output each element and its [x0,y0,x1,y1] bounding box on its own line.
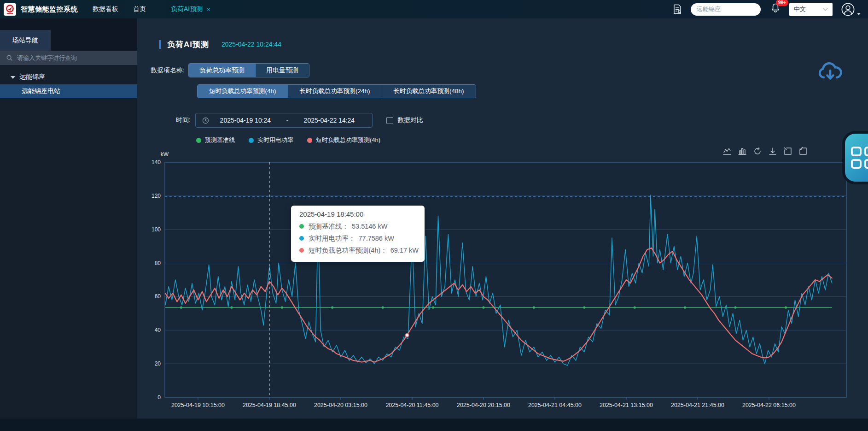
sidebar-search-input[interactable]: 请输入关键字进行查询 [0,51,137,65]
data-compare-label: 数据对比 [397,116,423,124]
load-forecast-chart[interactable]: 020406080100120140kW2025-04-19 10:15:002… [137,146,868,418]
tooltip-label: 预测基准线： [309,222,349,231]
tooltip-row-actual: 实时用电功率： 77.7586 kW [299,232,416,244]
button-energy-forecast[interactable]: 用电量预测 [255,64,309,77]
tab-load-ai-forecast[interactable]: 负荷AI预测 × [167,0,214,18]
chart-toolbar [723,147,807,155]
sidebar-tab-station-nav[interactable]: 场站导航 [0,30,51,51]
tree-expand-caret-icon[interactable] [11,76,15,79]
svg-text:2025-04-20 03:15:00: 2025-04-20 03:15:00 [314,402,367,408]
subtab-long-24h[interactable]: 长时负载总功率预测(24h) [288,85,382,98]
data-item-label: 数据项名称: [151,66,185,75]
tooltip-time: 2025-04-19 18:45:00 [299,210,416,218]
tooltip-dot-green [299,224,304,229]
legend-item-baseline[interactable]: 预测基准线 [196,136,235,144]
load-forecast-chart-area: 020406080100120140kW2025-04-19 10:15:002… [137,146,868,419]
chevron-down-icon [823,8,828,11]
date-start-value[interactable]: 2025-04-19 10:24 [209,117,282,124]
chart-tooltip: 2025-04-19 18:45:00 预测基准线： 53.5146 kW 实时… [291,206,425,262]
legend-item-actual-power[interactable]: 实时用电功率 [249,136,293,144]
company-logo[interactable] [4,3,16,16]
data-compare-checkbox[interactable] [386,117,393,124]
download-icon[interactable] [769,147,777,155]
tab-close-icon[interactable]: × [207,6,210,12]
data-item-row: 数据项名称: 负荷总功率预测 用电量预测 [151,63,868,77]
date-range-picker[interactable]: 2025-04-19 10:24 - 2025-04-22 14:24 [195,113,373,128]
subtab-long-48h[interactable]: 长时负载总功率预测(48h) [382,85,476,98]
svg-text:2025-04-20 20:15:00: 2025-04-20 20:15:00 [457,402,510,408]
nav-item-dashboard[interactable]: 数据看板 [93,5,118,13]
legend-label: 短时负载总功率预测(4h) [316,136,380,144]
time-filter-row: 时间: 2025-04-19 10:24 - 2025-04-22 14:24 … [176,113,868,128]
nav-item-home[interactable]: 首页 [133,5,146,13]
station-search-input[interactable]: 远能锦座 [691,3,761,16]
floating-quick-menu-button[interactable] [845,134,868,182]
user-avatar[interactable] [841,2,861,17]
tree-node-parent[interactable]: 远能锦座 [0,71,137,83]
time-label: 时间: [176,116,191,124]
tree-node-station-selected[interactable]: 远能锦座电站 [0,84,137,98]
notification-bell[interactable]: 99+ [770,2,781,16]
report-document-icon[interactable] [672,4,682,15]
tooltip-label: 短时负载总功率预测(4h)： [309,246,387,255]
page-title: 负荷AI预测 [167,39,209,50]
tooltip-row-forecast: 短时负载总功率预测(4h)： 69.17 kW [299,244,416,256]
button-load-power-forecast[interactable]: 负荷总功率预测 [189,64,255,77]
page-body: 场站导航 请输入关键字进行查询 远能锦座 远能锦座电站 负荷AI预测 2025-… [0,18,868,419]
app-title: 智慧储能监控系统 [21,5,78,14]
legend-dot-green [196,138,201,143]
tree-parent-label: 远能锦座 [19,73,45,81]
date-end-value[interactable]: 2025-04-22 14:24 [293,117,366,124]
zoom-select-icon[interactable] [784,147,792,155]
station-tree: 远能锦座 远能锦座电站 [0,65,137,104]
refresh-icon[interactable] [753,147,762,155]
svg-text:2025-04-22 06:15:00: 2025-04-22 06:15:00 [742,402,796,408]
legend-item-forecast-4h[interactable]: 短时负载总功率预测(4h) [307,136,380,144]
zoom-reset-icon[interactable] [799,147,807,155]
station-search-placeholder: 远能锦座 [697,5,721,13]
title-accent-bar [159,40,161,49]
svg-text:2025-04-21 21:45:00: 2025-04-21 21:45:00 [671,402,724,408]
language-selector[interactable]: 中文 [789,3,833,16]
tooltip-dot-blue [299,236,304,241]
legend-dot-blue [249,138,254,143]
svg-text:80: 80 [155,260,161,266]
toggle-bar-chart-icon[interactable] [738,147,746,155]
top-nav-bar: 智慧储能监控系统 数据看板 首页 负荷AI预测 × 远能锦座 99+ 中文 [0,0,868,18]
sidebar-header: 场站导航 [0,18,137,51]
svg-text:2025-04-21 04:45:00: 2025-04-21 04:45:00 [528,402,582,408]
tooltip-value: 69.17 kW [390,247,419,254]
chart-legend: 预测基准线 实时用电功率 短时负载总功率预测(4h) [196,136,868,144]
svg-text:0: 0 [157,394,161,401]
svg-text:2025-04-19 18:45:00: 2025-04-19 18:45:00 [243,402,296,408]
svg-text:120: 120 [151,193,161,199]
avatar-icon [841,2,855,17]
legend-label: 实时用电功率 [257,136,293,144]
svg-text:kW: kW [161,151,169,158]
toggle-line-chart-icon[interactable] [723,147,731,155]
svg-text:60: 60 [155,293,161,300]
legend-dot-red [307,138,312,143]
svg-text:100: 100 [151,226,161,233]
svg-text:140: 140 [151,159,161,165]
svg-text:2025-04-19 10:15:00: 2025-04-19 10:15:00 [171,402,225,408]
tooltip-label: 实时用电功率： [309,234,355,243]
forecast-subtabs: 短时负载总功率预测(4h) 长时负载总功率预测(24h) 长时负载总功率预测(4… [197,84,476,98]
tooltip-value: 77.7586 kW [359,235,394,242]
tooltip-row-baseline: 预测基准线： 53.5146 kW [299,220,416,232]
grid-menu-icon [851,147,868,169]
svg-text:40: 40 [155,327,161,333]
language-value: 中文 [794,5,806,13]
svg-text:2025-04-20 11:45:00: 2025-04-20 11:45:00 [385,402,438,408]
tooltip-value: 53.5146 kW [352,223,387,230]
sidebar-search-placeholder: 请输入关键字进行查询 [17,54,77,62]
logo-icon [5,4,15,15]
main-content: 负荷AI预测 2025-04-22 10:24:44 数据项名称: 负荷总功率预… [137,18,868,419]
date-range-separator: - [282,117,293,124]
topbar-right-group: 远能锦座 99+ 中文 [672,2,861,17]
station-sidebar: 场站导航 请输入关键字进行查询 远能锦座 远能锦座电站 [0,18,137,419]
svg-text:2025-04-21 13:15:00: 2025-04-21 13:15:00 [600,402,653,408]
subtab-short-4h[interactable]: 短时负载总功率预测(4h) [198,85,288,98]
page-header: 负荷AI预测 2025-04-22 10:24:44 [159,40,868,49]
cloud-download-icon[interactable] [817,60,844,83]
